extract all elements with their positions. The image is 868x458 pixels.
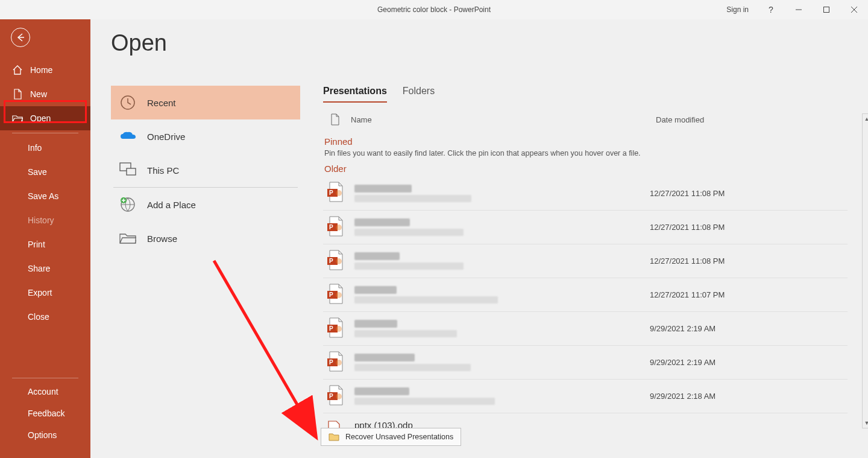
tab-presentations[interactable]: Presentations	[323, 86, 387, 103]
file-path-redacted	[354, 364, 471, 371]
scroll-up-button[interactable]: ▲	[863, 114, 868, 124]
file-text-area	[354, 387, 644, 405]
location-this-pc[interactable]: This PC	[111, 153, 300, 187]
svg-text:P: P	[329, 291, 333, 298]
sidebar-item-export[interactable]: Export	[0, 281, 90, 305]
sidebar-item-save[interactable]: Save	[0, 160, 90, 184]
svg-text:P: P	[329, 189, 333, 196]
file-path-redacted	[354, 330, 457, 337]
home-icon	[12, 65, 23, 75]
location-add-place[interactable]: Add a Place	[111, 188, 300, 221]
this-pc-icon	[119, 162, 136, 179]
sidebar-item-info[interactable]: Info	[0, 136, 90, 160]
title-bar: Geometric color block - PowerPoint Sign …	[0, 0, 868, 19]
file-text-area	[354, 354, 644, 371]
sidebar-item-options[interactable]: Options	[0, 424, 90, 446]
sidebar-item-share[interactable]: Share	[0, 256, 90, 281]
svg-text:P: P	[329, 359, 333, 366]
file-row[interactable]: P 9/29/2021 2:19 AM	[323, 311, 848, 345]
svg-point-15	[336, 224, 342, 231]
sign-in-link[interactable]: Sign in	[718, 0, 757, 19]
sidebar-item-home[interactable]: Home	[0, 58, 90, 82]
file-row[interactable]: P 9/29/2021 2:19 AM	[323, 345, 848, 379]
divider	[12, 133, 78, 133]
browse-folder-icon	[119, 230, 136, 247]
svg-point-24	[336, 326, 342, 332]
tab-folders[interactable]: Folders	[403, 86, 435, 103]
back-button[interactable]	[11, 28, 30, 47]
file-path-redacted	[354, 262, 464, 270]
location-recent[interactable]: Recent	[111, 86, 300, 119]
svg-point-18	[336, 258, 342, 264]
file-text-area	[354, 218, 644, 236]
scroll-down-button[interactable]: ▼	[863, 418, 868, 428]
new-file-icon	[12, 89, 23, 100]
file-date: 9/29/2021 2:19 AM	[650, 358, 715, 367]
backstage-sidebar: Home New Open Info Save Save As History …	[0, 19, 90, 458]
scrollbar[interactable]: ▲ ▼	[862, 113, 868, 428]
sidebar-item-new[interactable]: New	[0, 82, 90, 106]
location-onedrive[interactable]: OneDrive	[111, 119, 300, 153]
sidebar-item-save-as[interactable]: Save As	[0, 184, 90, 208]
files-pane: Presentations Folders Name Date modified…	[323, 86, 848, 437]
sidebar-label: Open	[30, 113, 51, 123]
location-label: Add a Place	[147, 200, 196, 210]
file-row[interactable]: P 12/27/2021 11:08 PM	[323, 210, 848, 244]
file-path-redacted	[354, 229, 464, 236]
svg-text:P: P	[329, 224, 333, 231]
svg-rect-7	[127, 168, 136, 175]
pinned-hint: Pin files you want to easily find later.…	[324, 149, 848, 157]
add-place-icon	[119, 196, 136, 213]
svg-text:P: P	[329, 325, 333, 332]
sidebar-item-open[interactable]: Open	[0, 106, 90, 130]
divider	[12, 378, 78, 378]
location-label: OneDrive	[147, 132, 185, 142]
section-pinned: Pinned	[324, 136, 848, 147]
pptx-file-icon: P	[327, 385, 347, 408]
sidebar-label: Home	[30, 65, 52, 75]
file-path-redacted	[354, 398, 495, 405]
svg-text:P: P	[329, 258, 333, 264]
pptx-file-icon: P	[327, 182, 347, 205]
svg-text:P: P	[329, 393, 333, 399]
file-date: 12/27/2021 11:08 PM	[650, 189, 725, 198]
column-name[interactable]: Name	[351, 115, 372, 124]
sidebar-item-close[interactable]: Close	[0, 305, 90, 329]
section-older: Older	[324, 164, 848, 174]
file-name-redacted	[354, 286, 397, 294]
sidebar-item-feedback[interactable]: Feedback	[0, 402, 90, 424]
file-row[interactable]: P 12/27/2021 11:07 PM	[323, 278, 848, 311]
recover-button-label: Recover Unsaved Presentations	[345, 433, 453, 441]
column-date[interactable]: Date modified	[656, 115, 704, 124]
file-row[interactable]: P 12/27/2021 11:08 PM	[323, 176, 848, 210]
close-window-button[interactable]	[840, 0, 868, 19]
file-date: 12/27/2021 11:08 PM	[650, 223, 725, 232]
file-row[interactable]: P 9/29/2021 2:18 AM	[323, 379, 848, 413]
help-button[interactable]: ?	[757, 0, 785, 19]
maximize-button[interactable]	[813, 0, 840, 19]
svg-point-27	[336, 360, 342, 366]
file-icon	[330, 113, 340, 126]
file-name-redacted	[354, 185, 412, 192]
svg-point-12	[336, 190, 342, 196]
sidebar-item-account[interactable]: Account	[0, 381, 90, 402]
file-path-redacted	[354, 195, 471, 202]
file-name-redacted	[354, 320, 397, 328]
sidebar-item-print[interactable]: Print	[0, 232, 90, 256]
file-name-redacted	[354, 387, 409, 395]
location-browse[interactable]: Browse	[111, 221, 300, 255]
minimize-button[interactable]	[785, 0, 813, 19]
pptx-file-icon: P	[327, 284, 347, 307]
recover-unsaved-button[interactable]: Recover Unsaved Presentations	[321, 428, 461, 446]
file-list: P 12/27/2021 11:08 PM P 12/27/2021 11:08…	[323, 176, 848, 413]
file-row[interactable]: P 12/27/2021 11:08 PM	[323, 244, 848, 278]
file-path-redacted	[354, 296, 498, 304]
sidebar-item-history: History	[0, 208, 90, 232]
folder-icon	[329, 432, 339, 442]
open-folder-icon	[12, 113, 23, 124]
file-text-area	[354, 286, 644, 304]
pptx-file-icon: P	[327, 317, 347, 340]
clock-icon	[119, 94, 136, 111]
file-name-redacted	[354, 354, 415, 361]
location-label: Browse	[147, 234, 177, 244]
